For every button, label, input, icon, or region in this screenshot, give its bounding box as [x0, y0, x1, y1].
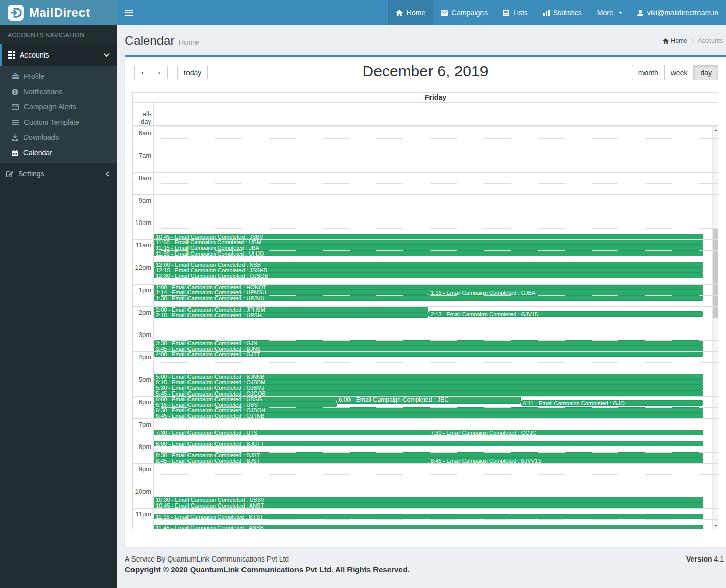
calendar-event[interactable]: 11:15 - Email Campaign Completed : JBA — [154, 245, 703, 250]
allday-row[interactable]: all-day — [132, 103, 718, 126]
calendar-event[interactable]: 2:00 - Email Campaign Completed : JPHSM — [154, 306, 428, 312]
time-axis-label: 11pm — [133, 510, 151, 518]
calendar-event[interactable]: 6:45 - Email Campaign Completed : OJTNB — [154, 413, 703, 418]
hour-gridline — [133, 239, 718, 240]
calendar-event[interactable]: 3:45 - Email Campaign Completed : BJNS — [154, 346, 703, 351]
time-axis-label: 4pm — [133, 353, 151, 361]
calendar-event[interactable]: 1:15 - Email Campaign Completed : GJBA — [428, 290, 703, 295]
hour-gridline — [133, 463, 718, 464]
list-icon — [503, 10, 509, 16]
half-hour-gridline — [133, 497, 718, 497]
sidebar-item-notifications[interactable]: Notifications — [0, 84, 117, 99]
half-hour-gridline — [133, 250, 718, 251]
hour-gridline — [133, 351, 718, 352]
calendar-event[interactable]: 7:30 - Email Campaign Completed : UTS — [154, 430, 428, 435]
time-axis-label: 10pm — [133, 488, 151, 495]
calendar-event[interactable]: 6:11 - Email Campaign Completed : GJO — [521, 400, 704, 406]
calendar-event[interactable]: 12:30 - Email Campaign Completed : OJSOB — [154, 273, 703, 278]
sidebar-toggle-button[interactable] — [117, 0, 141, 25]
chevron-down-icon — [104, 53, 110, 57]
calendar-scrollbar[interactable] — [712, 127, 718, 529]
calendar-event[interactable]: 8:45 - Email Campaign Completed : BJST — [154, 458, 428, 463]
scroll-up-icon[interactable] — [713, 127, 718, 133]
time-axis-label: 7pm — [133, 421, 151, 428]
view-day-button[interactable]: day — [693, 65, 718, 80]
sidebar-item-settings[interactable]: Settings — [0, 163, 117, 184]
half-hour-gridline — [133, 318, 718, 318]
hour-gridline — [133, 150, 718, 150]
home-icon — [663, 38, 669, 44]
sidebar-item-downloads[interactable]: Downloads — [0, 130, 117, 145]
chevron-left-icon — [106, 171, 110, 177]
home-icon — [396, 10, 403, 16]
time-axis-label: 9pm — [133, 465, 151, 473]
calendar-event[interactable]: 5:30 - Email Campaign Completed : OJBMJ — [154, 385, 703, 390]
calendar-event[interactable]: 11:45 - Email Campaign Completed : ANSB — [154, 525, 703, 529]
envelope-icon — [12, 104, 19, 110]
lines-icon — [12, 120, 19, 125]
calendar-event[interactable]: 8:30 - Email Campaign Completed : BJST — [154, 452, 703, 458]
bar-chart-icon — [543, 10, 550, 16]
time-axis-label: 10am — [133, 219, 151, 227]
calendar-event[interactable]: 11:00 - Email Campaign Completed : UBM — [154, 239, 703, 245]
calendar-toolbar: ‹ › today December 6, 2019 month week da… — [132, 65, 718, 81]
sidebar-item-campaign-alerts[interactable]: Campaign Alerts — [0, 99, 117, 115]
hour-gridline — [133, 172, 718, 173]
calendar-event[interactable]: 2:13 - Email Campaign Completed : GJV15 — [428, 311, 703, 317]
calendar-event[interactable]: 11:30 - Email Campaign Completed : UHJO — [154, 250, 703, 256]
half-hour-gridline — [133, 385, 718, 385]
calendar-event[interactable]: 10:45 - Email Campaign Completed : ANST — [154, 502, 703, 508]
calendar-event[interactable]: 10:30 - Email Campaign Completed : UBSV — [154, 497, 703, 502]
footer-copyright-text: Copyright © 2020 QuantumLink Communicati… — [125, 565, 723, 574]
view-month-button[interactable]: month — [632, 65, 664, 80]
sidebar-item-profile[interactable]: Profile — [0, 69, 117, 84]
hour-gridline — [133, 217, 718, 217]
calendar-event[interactable]: 10:45 - Email Campaign Completed : JSBV — [154, 234, 703, 239]
time-axis-label: 9am — [133, 197, 151, 204]
half-hour-gridline — [133, 295, 718, 296]
time-grid[interactable]: 10:45 - Email Campaign Completed : JSBV1… — [132, 127, 718, 529]
sidebar-item-accounts[interactable]: Accounts — [0, 44, 117, 66]
sidebar-item-custom-template[interactable]: Custom Template — [0, 115, 117, 130]
calendar-event[interactable]: 5:00 - Email Campaign Completed : BJNNB — [154, 374, 703, 379]
breadcrumb-home-link[interactable]: Home — [663, 37, 687, 44]
nav-item-lists[interactable]: Lists — [495, 0, 535, 25]
calendar-event[interactable]: 6:15 - Email Campaign Completed : UBS — [154, 402, 337, 407]
time-axis-label: 8pm — [133, 443, 151, 451]
view-week-button[interactable]: week — [664, 65, 694, 80]
breadcrumb: Home > Accounts — [663, 37, 723, 44]
calendar-event[interactable]: 12:00 - Email Campaign Completed : NSB — [154, 262, 703, 267]
calendar-event[interactable]: 6:00 - Email Campaign Completed : UBSG — [154, 396, 337, 402]
calendar-event[interactable]: 12:15 - Email Campaign Completed : JBSHB — [154, 267, 703, 273]
nav-item-campaigns[interactable]: Campaigns — [433, 0, 495, 25]
calendar-event[interactable]: 7:30 - Email Campaign Completed : GOJG — [428, 430, 703, 435]
calendar-event[interactable]: 3:30 - Email Campaign Completed : GJN — [154, 340, 703, 346]
hour-gridline — [133, 262, 718, 262]
calendar-event[interactable]: 6:30 - Email Campaign Completed : OJBOH — [154, 407, 703, 413]
calendar-event[interactable]: 2:15 - Email Campaign Completed : UPSH — [154, 312, 428, 318]
nav-item-statistics[interactable]: Statistics — [535, 0, 589, 25]
calendar-event[interactable]: 8:45 - Email Campaign Completed : BJVV15 — [428, 458, 703, 463]
calendar-event[interactable]: 8:00 - Email Campaign Completed : BJGTT — [154, 441, 703, 446]
sidebar-item-calendar[interactable]: Calendar — [0, 145, 117, 160]
time-axis-label: 11am — [133, 241, 151, 249]
edit-icon — [6, 171, 13, 177]
time-axis-label: 7am — [133, 152, 151, 159]
hour-gridline — [133, 396, 718, 397]
calendar-event[interactable]: 5:15 - Email Campaign Completed : OJBBM — [154, 379, 703, 385]
calendar-event[interactable]: 11:15 - Email Campaign Completed : BTST — [154, 514, 703, 519]
calendar-event[interactable]: 1:30 - Email Campaign Completed : UPJVU — [154, 295, 703, 301]
hour-gridline — [133, 508, 718, 509]
hour-gridline — [133, 284, 718, 285]
nav-item-more[interactable]: More — [589, 0, 630, 25]
calendar-event[interactable]: 4:00 - Email Campaign Completed : GJTT — [154, 351, 703, 357]
nav-item-user[interactable]: viki@maildirectteam.in — [630, 0, 726, 25]
brand-logo[interactable]: MailDirect — [0, 0, 117, 25]
scroll-down-icon[interactable] — [713, 523, 718, 529]
day-header: Friday — [153, 93, 718, 102]
calendar-date-title: December 6, 2019 — [132, 63, 718, 80]
hour-gridline — [133, 374, 718, 374]
calendar-event[interactable]: 1:14 - Email Campaign Completed : UPMSU — [154, 289, 428, 295]
day-header-row: Friday — [132, 92, 718, 103]
nav-item-home[interactable]: Home — [388, 0, 433, 25]
